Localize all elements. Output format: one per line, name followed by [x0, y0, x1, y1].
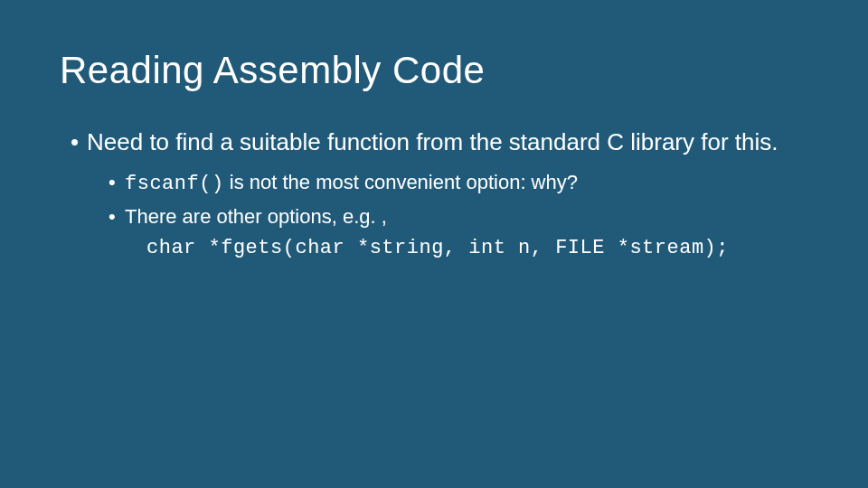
bullet-icon: • — [108, 169, 125, 196]
sub-bullets: •fscanf() is not the most convenient opt… — [108, 169, 832, 230]
bullet-level1: •Need to find a suitable function from t… — [71, 127, 832, 158]
bullet-icon: • — [71, 127, 87, 158]
bullet1-text: Need to find a suitable function from th… — [87, 128, 778, 155]
bullet-level2: •fscanf() is not the most convenient opt… — [108, 169, 832, 198]
sub2-text: There are other options, e.g. , — [125, 205, 387, 228]
slide-body: •Need to find a suitable function from t… — [71, 127, 832, 262]
sub1-code: fscanf() — [125, 173, 224, 195]
slide: Reading Assembly Code •Need to find a su… — [0, 0, 868, 488]
slide-title: Reading Assembly Code — [60, 49, 485, 92]
sub1-rest: is not the most convenient option: why? — [224, 171, 578, 193]
bullet-icon: • — [108, 203, 125, 230]
code-line: char *fgets(char *string, int n, FILE *s… — [146, 235, 832, 262]
bullet-level2: •There are other options, e.g. , — [108, 203, 832, 230]
